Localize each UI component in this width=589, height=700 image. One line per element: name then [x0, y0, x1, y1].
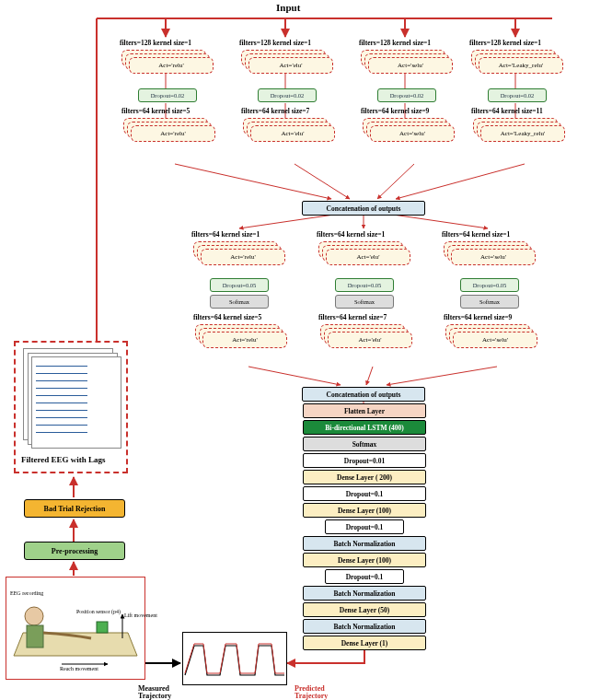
tail-2: Softmax	[303, 437, 426, 451]
input-label: Input	[276, 2, 300, 13]
b4-drop: Dropout=0.02	[488, 88, 547, 102]
tail-14: Dense Layer (1)	[303, 636, 426, 650]
b4-h: filters=128 kernel size=1	[469, 39, 541, 47]
concat1: Concatenation of outputs	[302, 201, 425, 216]
tail-13: Batch Normalization	[303, 619, 426, 634]
b3-drop: Dropout=0.02	[377, 88, 436, 102]
preproc-box: Pre-processing	[24, 542, 125, 560]
tail-12: Dense Layer (50)	[303, 602, 426, 617]
tail-4: Dense Layer ( 200)	[303, 470, 426, 484]
tail-10: Dropout=0.1	[325, 569, 404, 584]
b2-h: filters=128 kernel size=1	[239, 39, 311, 47]
b1-drop: Dropout=0.02	[138, 88, 197, 102]
svg-line-17	[396, 164, 525, 199]
svg-line-14	[175, 164, 331, 199]
svg-line-23	[387, 367, 497, 385]
trajectory-chart	[182, 632, 287, 685]
l2b1-h: filters=64 kernel size=1	[191, 230, 260, 239]
bad-trial-box: Bad Trial Rejection	[24, 499, 125, 518]
svg-line-15	[294, 164, 350, 199]
predicted-legend: Predicted Trajectory	[294, 685, 350, 700]
tail-9: Dense Layer (100)	[303, 553, 426, 567]
svg-line-20	[387, 214, 488, 228]
b1-h: filters=128 kernel size=1	[120, 39, 191, 47]
b2-drop: Dropout=0.02	[258, 88, 317, 102]
tail-3: Dropout=0.01	[303, 453, 426, 468]
svg-point-29	[25, 607, 43, 625]
eeg-caption: Filtered EEG with Lags	[21, 455, 106, 464]
b3-h: filters=128 kernel size=1	[359, 39, 431, 47]
svg-rect-30	[27, 625, 43, 648]
svg-rect-31	[97, 622, 108, 633]
tail-7: Dropout=0.1	[325, 519, 404, 534]
tail-6: Dense Layer (100)	[303, 503, 426, 518]
concat2: Concatenation of outputs	[302, 387, 425, 402]
svg-line-18	[239, 214, 341, 228]
svg-line-21	[248, 367, 341, 385]
svg-line-22	[366, 367, 373, 385]
tail-5: Dropout=0.1	[303, 486, 426, 501]
measured-legend: Measured Trajectory	[138, 685, 193, 700]
b1-h2: filters=64 kernel size=5	[121, 107, 190, 115]
experiment-panel: EEG recording Position sensor (p4) Lift …	[6, 577, 145, 680]
tail-0: Flatten Layer	[303, 403, 426, 418]
tail-1: Bi-directional LSTM (400)	[303, 420, 426, 435]
l2b1-drop: Dropout=0.05	[210, 278, 269, 292]
l2b3-h: filters=64 kernel size=1	[442, 230, 510, 239]
l2b2-h: filters=64 kernel size=1	[317, 230, 385, 239]
tail-8: Batch Normalization	[303, 536, 426, 551]
tail-11: Batch Normalization	[303, 586, 426, 601]
l2b1-soft: Softmax	[210, 295, 269, 309]
svg-marker-28	[14, 633, 137, 656]
eeg-panel: Filtered EEG with Lags	[14, 341, 128, 473]
svg-line-16	[377, 164, 414, 199]
